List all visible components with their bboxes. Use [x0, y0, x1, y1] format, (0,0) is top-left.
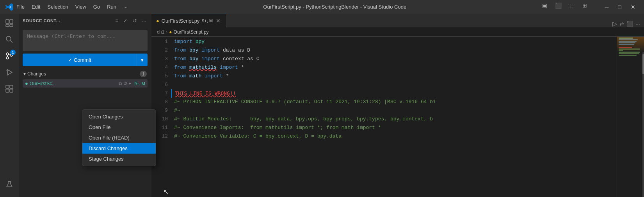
- cm-line-10: #~ Builtin Modules: bpy, bpy.data, bpy.o…: [174, 115, 433, 124]
- plain-star-4: *: [241, 63, 244, 72]
- plain-as-2: as D: [238, 46, 250, 55]
- tab-filename: OurFirstScript.py: [162, 18, 200, 24]
- svg-rect-12: [10, 85, 13, 88]
- titlebar-menu: File Edit Selection View Go Run ···: [13, 2, 131, 11]
- menu-selection[interactable]: Selection: [44, 2, 71, 11]
- tab-badge: 9+, M: [202, 18, 213, 23]
- tab-file-icon: ●: [156, 18, 159, 24]
- extensions-activity-icon[interactable]: [2, 81, 17, 97]
- menu-edit[interactable]: Edit: [28, 2, 43, 11]
- context-open-file[interactable]: Open File: [82, 122, 156, 133]
- tab-close-button[interactable]: ✕: [215, 18, 221, 24]
- maximize-button[interactable]: □: [614, 2, 625, 12]
- id-math-5: math: [189, 72, 201, 81]
- source-control-badge: 1: [10, 50, 16, 55]
- panel-refresh-icon[interactable]: ↺: [131, 16, 138, 25]
- menu-run[interactable]: Run: [104, 2, 119, 11]
- svg-rect-11: [6, 85, 9, 88]
- id-bpy-2: bpy: [189, 46, 198, 55]
- menu-file[interactable]: File: [13, 2, 28, 11]
- titlebar: File Edit Selection View Go Run ··· OurF…: [0, 0, 644, 14]
- breadcrumb-filename[interactable]: OurFirstScript.py: [174, 29, 209, 35]
- commit-button[interactable]: ✓ Commit: [23, 54, 137, 66]
- context-menu: Open Changes Open File Open File (HEAD) …: [82, 109, 156, 166]
- menu-more[interactable]: ···: [120, 2, 131, 11]
- flask-activity-icon[interactable]: [2, 177, 17, 192]
- svg-rect-13: [6, 89, 9, 92]
- layout-toggle-2[interactable]: ⬛: [552, 2, 565, 12]
- commit-dropdown-button[interactable]: ▾: [137, 54, 148, 66]
- changes-header[interactable]: ▾ Changes 1: [23, 69, 148, 79]
- panel-menu-icon[interactable]: ≡: [114, 16, 119, 25]
- main-container: 1 SOURCE CONT...: [0, 14, 644, 197]
- plus-icon[interactable]: +: [128, 81, 131, 86]
- cm-line-9: #~: [174, 106, 180, 115]
- code-line-11: #~ Convenience Imports: from mathutils i…: [171, 124, 617, 132]
- svg-point-7: [6, 57, 9, 59]
- search-activity-icon[interactable]: [2, 32, 17, 47]
- code-line-9: #~: [171, 106, 617, 115]
- code-line-10: #~ Builtin Modules: bpy, bpy.data, bpy.o…: [171, 115, 617, 124]
- copy-icon[interactable]: ⧉: [119, 81, 122, 86]
- source-panel: SOURCE CONT... ≡ ✓ ↺ ··· ✓ Commit ▾ ▾ Ch…: [19, 14, 151, 197]
- breadcrumb-sep-1: ›: [166, 29, 167, 35]
- run-file-icon[interactable]: ▷: [612, 20, 617, 27]
- svg-rect-2: [6, 25, 9, 27]
- breadcrumb-ch1[interactable]: ch1: [157, 29, 164, 35]
- panel-check-icon[interactable]: ✓: [122, 16, 129, 25]
- chevron-down-icon: ▾: [141, 57, 144, 63]
- svg-rect-1: [10, 20, 13, 23]
- kw-import-1: import: [174, 38, 192, 46]
- breadcrumb-file-icon: ●: [169, 29, 172, 35]
- layout-toggle-3[interactable]: ◫: [566, 2, 578, 12]
- source-control-activity-icon[interactable]: 1: [2, 48, 17, 64]
- layout-toggle-4[interactable]: ⊞: [579, 2, 590, 12]
- kw-import-2: import: [201, 46, 220, 55]
- run-activity-icon[interactable]: [2, 64, 17, 80]
- panel-more-icon[interactable]: ···: [141, 16, 148, 25]
- close-button[interactable]: ✕: [627, 2, 639, 12]
- explorer-activity-icon[interactable]: [2, 15, 17, 31]
- menu-go[interactable]: Go: [90, 2, 103, 11]
- minimap-scrollbar-thumb: [642, 54, 644, 74]
- minimap: [617, 37, 644, 197]
- minimap-highlight: [617, 37, 644, 52]
- commit-row: ✓ Commit ▾: [23, 54, 148, 66]
- titlebar-title: OurFirstScript.py - PythonScriptingBlend…: [131, 4, 539, 10]
- minimize-button[interactable]: ─: [601, 2, 613, 12]
- breadcrumb: ch1 › ● OurFirstScript.py: [151, 27, 644, 37]
- svg-point-4: [6, 36, 11, 41]
- code-line-1: import bpy: [171, 38, 617, 46]
- id-bpy-1: bpy: [196, 38, 205, 46]
- undo-icon[interactable]: ↺: [123, 81, 127, 86]
- plain-star-5: *: [226, 72, 229, 81]
- tab-actions: ▷ ⇄ ⬛ ···: [608, 20, 644, 27]
- menu-view[interactable]: View: [72, 2, 89, 11]
- editor-area: ● OurFirstScript.py 9+, M ✕ ▷ ⇄ ⬛ ··· ch…: [151, 14, 644, 197]
- code-line-6: [171, 81, 617, 89]
- svg-rect-3: [10, 25, 13, 27]
- changes-label: Changes: [27, 71, 140, 77]
- kw-from-5: from: [174, 72, 186, 81]
- editor-tab[interactable]: ● OurFirstScript.py 9+, M ✕: [151, 14, 226, 27]
- changed-file-item[interactable]: ● OurFirstSc... ⧉ ↺ + 9+, M: [23, 79, 148, 88]
- more-actions-icon[interactable]: ···: [635, 21, 640, 27]
- cm-line-8: #~ PYTHON INTERACTIVE CONSOLE 3.9.7 (def…: [174, 98, 436, 106]
- context-stage-changes[interactable]: Stage Changes: [82, 154, 156, 164]
- svg-rect-14: [10, 89, 13, 92]
- code-editor: 1 2 3 4 5 6 7 8 9 10 11 12 import bpy: [151, 37, 644, 197]
- context-open-file-head[interactable]: Open File (HEAD): [82, 133, 156, 143]
- split-editor-icon[interactable]: ⇄: [619, 21, 624, 27]
- wrong-line-text: THIS LINE IS WRONG!!: [175, 89, 236, 98]
- file-modified-icon: ●: [25, 81, 28, 86]
- context-open-changes[interactable]: Open Changes: [82, 111, 156, 122]
- svg-point-6: [6, 53, 9, 55]
- commit-message-input[interactable]: [23, 30, 148, 51]
- code-line-8: #~ PYTHON INTERACTIVE CONSOLE 3.9.7 (def…: [171, 98, 617, 106]
- toggle-sidebar-icon[interactable]: ⬛: [626, 21, 633, 27]
- layout-toggle-1[interactable]: ▣: [539, 2, 550, 12]
- chevron-down-icon: ▾: [23, 71, 26, 77]
- tab-bar: ● OurFirstScript.py 9+, M ✕ ▷ ⇄ ⬛ ···: [151, 14, 644, 27]
- context-discard-changes[interactable]: Discard Changes: [82, 143, 156, 154]
- code-line-7: THIS LINE IS WRONG!!: [171, 89, 617, 98]
